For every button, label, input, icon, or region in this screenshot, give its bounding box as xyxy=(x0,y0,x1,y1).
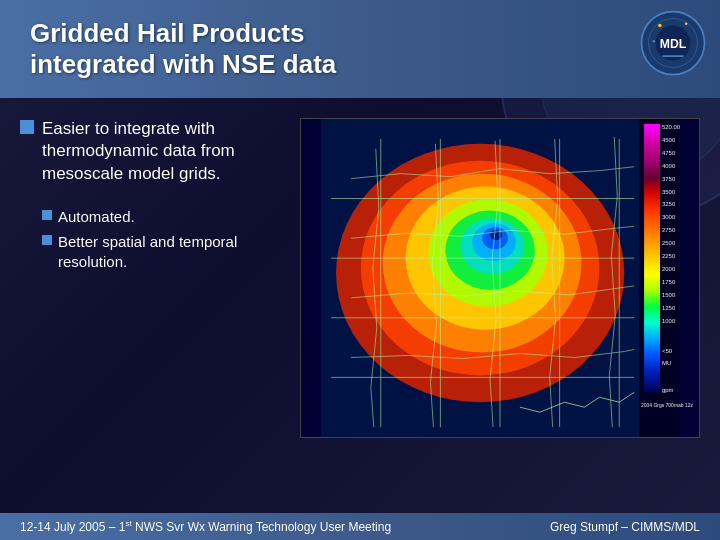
svg-text:3750: 3750 xyxy=(662,176,676,182)
svg-text:3250: 3250 xyxy=(662,202,676,208)
footer-event-text: 12-14 July 2005 – 1st NWS Svr Wx Warning… xyxy=(20,520,391,534)
left-panel: Easier to integrate with thermodynamic d… xyxy=(20,118,280,503)
svg-text:3500: 3500 xyxy=(662,189,676,195)
svg-text:2004 Grgs 700mab 12z: 2004 Grgs 700mab 12z xyxy=(641,404,693,409)
mdl-logo-icon: MDL xyxy=(638,8,708,78)
sub-bullet-0: Automated. xyxy=(42,207,280,227)
bullet-square-icon xyxy=(20,120,34,134)
header: Gridded Hail Products integrated with NS… xyxy=(0,0,720,98)
footer-right-text: Greg Stumpf – CIMMS/MDL xyxy=(550,520,700,534)
svg-point-6 xyxy=(652,40,655,43)
sub-bullet-square-icon-0 xyxy=(42,210,52,220)
svg-text:2500: 2500 xyxy=(662,241,676,247)
title-line2: integrated with NSE data xyxy=(30,49,336,79)
svg-text:<50: <50 xyxy=(662,348,673,354)
sub-bullet-1: Better spatial and temporal resolution. xyxy=(42,232,280,271)
sub-bullet-text-0: Automated. xyxy=(58,207,135,227)
hail-map-svg: 520.00 4500 4750 4000 3750 3500 3250 300… xyxy=(301,119,699,437)
svg-text:gpm: gpm xyxy=(662,388,674,394)
hail-map: 520.00 4500 4750 4000 3750 3500 3250 300… xyxy=(300,118,700,438)
slide-title: Gridded Hail Products integrated with NS… xyxy=(30,18,630,80)
svg-text:1000: 1000 xyxy=(662,318,676,324)
title-line1: Gridded Hail Products xyxy=(30,18,305,48)
sub-bullets-list: Automated. Better spatial and temporal r… xyxy=(42,207,280,272)
svg-text:1500: 1500 xyxy=(662,292,676,298)
svg-point-4 xyxy=(658,24,662,28)
svg-text:2250: 2250 xyxy=(662,254,676,260)
svg-point-5 xyxy=(685,22,688,25)
svg-text:MU: MU xyxy=(662,361,671,367)
svg-text:4000: 4000 xyxy=(662,163,676,169)
svg-text:4500: 4500 xyxy=(662,137,676,143)
svg-rect-29 xyxy=(644,124,660,392)
main-bullet-text: Easier to integrate with thermodynamic d… xyxy=(42,118,280,184)
svg-text:2750: 2750 xyxy=(662,228,676,234)
svg-text:MDL: MDL xyxy=(660,37,687,51)
svg-text:520.00: 520.00 xyxy=(662,124,681,130)
content-area: Easier to integrate with thermodynamic d… xyxy=(0,98,720,513)
logo-area: MDL xyxy=(638,8,708,82)
right-panel: 520.00 4500 4750 4000 3750 3500 3250 300… xyxy=(300,118,700,503)
svg-text:2000: 2000 xyxy=(662,266,676,272)
footer: 12-14 July 2005 – 1st NWS Svr Wx Warning… xyxy=(0,513,720,540)
svg-text:1250: 1250 xyxy=(662,305,676,311)
main-bullet: Easier to integrate with thermodynamic d… xyxy=(20,118,280,184)
footer-left-text: 12-14 July 2005 – 1st NWS Svr Wx Warning… xyxy=(20,519,391,534)
svg-text:1750: 1750 xyxy=(662,279,676,285)
svg-text:4750: 4750 xyxy=(662,150,676,156)
svg-text:3000: 3000 xyxy=(662,215,676,221)
sub-bullet-square-icon-1 xyxy=(42,235,52,245)
slide: MDL Gridded Hail Products integrated wit… xyxy=(0,0,720,540)
sub-bullet-text-1: Better spatial and temporal resolution. xyxy=(58,232,280,271)
